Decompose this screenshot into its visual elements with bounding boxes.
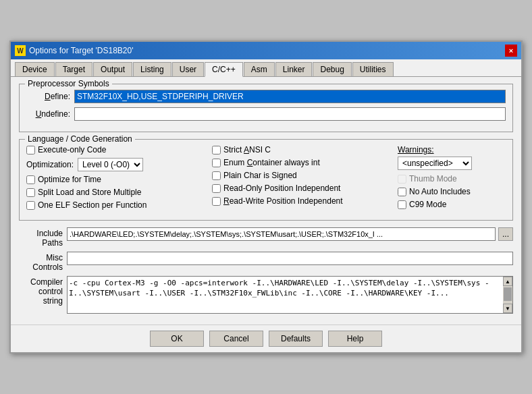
tabs-bar: Device Target Output Listing User C/C++ … bbox=[11, 59, 521, 77]
include-paths-row: IncludePaths ... bbox=[19, 227, 513, 248]
optimize-time-checkbox[interactable] bbox=[26, 175, 35, 184]
misc-controls-row: MiscControls bbox=[19, 252, 513, 272]
c99-mode-row: C99 Mode bbox=[398, 200, 506, 209]
optimize-time-row: Optimize for Time bbox=[26, 175, 201, 184]
undefine-label: Undefine: bbox=[26, 109, 70, 119]
dialog-title: Options for Target 'DS18B20' bbox=[29, 46, 133, 55]
one-elf-label: One ELF Section per Function bbox=[38, 200, 147, 210]
tab-cpp[interactable]: C/C++ bbox=[205, 62, 243, 77]
enum-container-checkbox[interactable] bbox=[212, 159, 221, 167]
tab-debug[interactable]: Debug bbox=[313, 62, 351, 76]
split-load-checkbox[interactable] bbox=[26, 188, 35, 197]
thumb-mode-row: Thumb Mode bbox=[398, 174, 506, 184]
thumb-mode-checkbox[interactable] bbox=[398, 175, 406, 184]
compiler-scrollbar: ▲ ▼ bbox=[503, 277, 512, 313]
plain-char-checkbox[interactable] bbox=[212, 171, 221, 180]
include-paths-browse-button[interactable]: ... bbox=[498, 227, 513, 241]
no-auto-includes-row: No Auto Includes bbox=[398, 187, 506, 196]
scroll-up-button[interactable]: ▲ bbox=[503, 277, 512, 286]
tab-listing[interactable]: Listing bbox=[133, 62, 171, 76]
preprocessor-group-label: Preprocessor Symbols bbox=[25, 79, 112, 88]
defaults-button[interactable]: Defaults bbox=[269, 331, 323, 347]
scroll-thumb bbox=[504, 287, 512, 301]
bottom-bar: OK Cancel Defaults Help bbox=[11, 325, 521, 352]
compiler-control-label: Compilercontrolstring bbox=[19, 276, 63, 306]
tab-linker[interactable]: Linker bbox=[275, 62, 313, 76]
execute-only-row: Execute-only Code bbox=[26, 145, 201, 154]
read-write-label: Read-Write Position Independent bbox=[223, 196, 343, 206]
preprocessor-group: Preprocessor Symbols Define: Undefine: bbox=[19, 84, 513, 132]
execute-only-checkbox[interactable] bbox=[26, 146, 35, 154]
optimization-label: Optimization: bbox=[26, 160, 74, 169]
enum-container-row: Enum Container always int bbox=[212, 158, 387, 167]
warnings-select[interactable]: <unspecified> bbox=[398, 157, 472, 170]
read-write-row: Read-Write Position Independent bbox=[212, 196, 387, 206]
include-paths-label: IncludePaths bbox=[19, 227, 63, 248]
warnings-label: Warnings: bbox=[398, 145, 506, 154]
thumb-mode-label: Thumb Mode bbox=[409, 174, 457, 184]
compiler-control-textarea[interactable]: -c -cpu Cortex-M3 -g -O0 -apcs=interwork… bbox=[68, 277, 503, 313]
optimize-time-label: Optimize for Time bbox=[38, 175, 101, 184]
tab-asm[interactable]: Asm bbox=[244, 62, 275, 76]
define-input[interactable] bbox=[74, 90, 506, 103]
execute-only-label: Execute-only Code bbox=[38, 145, 106, 154]
read-only-checkbox[interactable] bbox=[212, 184, 221, 193]
language-group: Language / Code Generation Execute-only … bbox=[19, 139, 513, 221]
one-elf-row: One ELF Section per Function bbox=[26, 200, 201, 210]
help-button[interactable]: Help bbox=[328, 331, 382, 347]
tab-utilities[interactable]: Utilities bbox=[352, 62, 394, 76]
read-only-label: Read-Only Position Independent bbox=[223, 184, 340, 193]
read-only-row: Read-Only Position Independent bbox=[212, 184, 387, 193]
tab-device[interactable]: Device bbox=[15, 62, 55, 76]
plain-char-row: Plain Char is Signed bbox=[212, 171, 387, 180]
compiler-control-row: Compilercontrolstring -c -cpu Cortex-M3 … bbox=[19, 276, 513, 314]
plain-char-label: Plain Char is Signed bbox=[223, 171, 297, 180]
language-group-label: Language / Code Generation bbox=[25, 134, 135, 144]
app-icon: W bbox=[15, 45, 26, 56]
strict-ansi-checkbox[interactable] bbox=[212, 146, 221, 154]
dialog: W Options for Target 'DS18B20' × Device … bbox=[9, 40, 523, 354]
cancel-button[interactable]: Cancel bbox=[209, 331, 263, 347]
include-paths-input[interactable] bbox=[67, 227, 496, 241]
define-label: Define: bbox=[26, 92, 70, 101]
content-area: Preprocessor Symbols Define: Undefine: L… bbox=[11, 77, 521, 325]
misc-controls-input[interactable] bbox=[67, 252, 513, 265]
split-load-row: Split Load and Store Multiple bbox=[26, 188, 201, 197]
misc-controls-label: MiscControls bbox=[19, 252, 63, 272]
c99-mode-label: C99 Mode bbox=[409, 200, 446, 209]
title-bar: W Options for Target 'DS18B20' × bbox=[11, 42, 521, 59]
enum-container-label: Enum Container always int bbox=[223, 158, 320, 167]
no-auto-includes-label: No Auto Includes bbox=[409, 187, 471, 196]
close-button[interactable]: × bbox=[505, 45, 517, 57]
strict-ansi-row: Strict ANSI C bbox=[212, 145, 387, 154]
undefine-input[interactable] bbox=[74, 107, 506, 121]
read-write-checkbox[interactable] bbox=[212, 197, 221, 206]
no-auto-includes-checkbox[interactable] bbox=[398, 188, 406, 196]
tab-output[interactable]: Output bbox=[93, 62, 132, 76]
undefine-row: Undefine: bbox=[26, 107, 506, 121]
tab-target[interactable]: Target bbox=[55, 62, 92, 76]
strict-ansi-label: Strict ANSI C bbox=[223, 145, 271, 154]
tab-user[interactable]: User bbox=[172, 62, 204, 76]
scroll-down-button[interactable]: ▼ bbox=[503, 304, 512, 313]
define-row: Define: bbox=[26, 90, 506, 103]
one-elf-checkbox[interactable] bbox=[26, 201, 35, 210]
c99-mode-checkbox[interactable] bbox=[398, 200, 406, 209]
optimization-select[interactable]: Level 0 (-O0) bbox=[78, 158, 143, 171]
split-load-label: Split Load and Store Multiple bbox=[38, 188, 141, 197]
ok-button[interactable]: OK bbox=[150, 331, 204, 347]
